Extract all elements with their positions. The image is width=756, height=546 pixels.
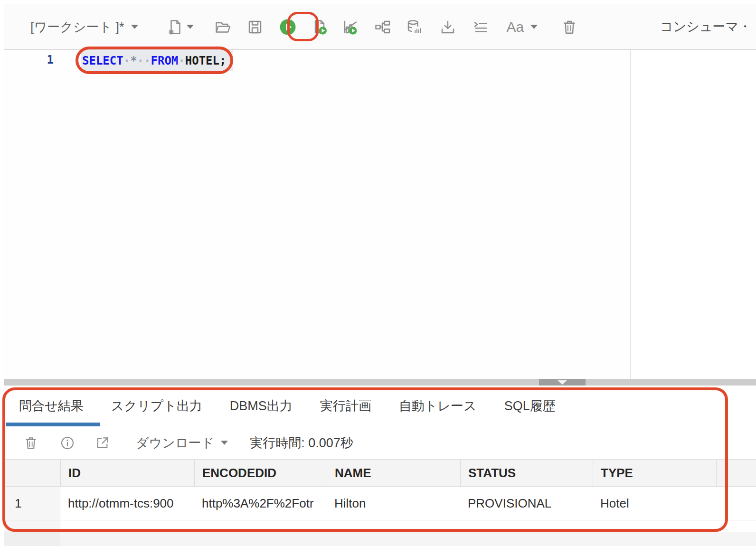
download-button[interactable]: ダウンロード: [136, 434, 214, 452]
horizontal-splitter[interactable]: [4, 379, 756, 386]
autotrace-button[interactable]: [373, 18, 391, 36]
column-header-status[interactable]: STATUS: [460, 460, 593, 486]
grid-empty-area: [4, 532, 756, 546]
chevron-down-icon: [558, 380, 567, 385]
active-tab-indicator: [6, 423, 100, 426]
gutter-divider: [81, 50, 81, 379]
row-number-column-strip: [4, 532, 60, 546]
tab-dbms-output[interactable]: DBMS出力: [230, 397, 293, 414]
column-header-type[interactable]: TYPE: [593, 460, 716, 486]
cell-id[interactable]: http://otmm-tcs:900: [60, 487, 194, 520]
new-worksheet-caret-down-icon[interactable]: [187, 25, 194, 29]
open-button[interactable]: [214, 18, 232, 36]
results-tab-bar: 問合せ結果 スクリプト出力 DBMS出力 実行計画 自動トレース SQL履歴: [4, 386, 756, 426]
save-icon: [246, 19, 264, 36]
format-indent-icon: [472, 19, 489, 36]
trash-icon: [23, 435, 38, 451]
worksheet-toolbar: [ワークシート ]*: [4, 4, 756, 50]
sql-table-name: HOTEL;: [185, 54, 227, 67]
grid-header-row: ID ENCODEDID NAME STATUS TYPE: [4, 459, 756, 487]
open-in-new-icon: [95, 435, 110, 451]
open-in-new-button[interactable]: [94, 435, 111, 451]
execution-time-label: 実行時間: 0.007秒: [250, 434, 353, 452]
results-grid: ID ENCODEDID NAME STATUS TYPE 1 http://o…: [4, 459, 756, 546]
table-row[interactable]: 1 http://otmm-tcs:900 http%3A%2F%2Fotr H…: [4, 487, 756, 520]
results-toolbar: ダウンロード 実行時間: 0.007秒: [4, 426, 756, 459]
hierarchy-icon: [374, 19, 391, 36]
explain-plan-chart-icon: [342, 19, 359, 36]
cell-status[interactable]: PROVISIONAL: [460, 487, 593, 520]
run-play-icon: [279, 19, 296, 36]
worksheet-tab-label[interactable]: [ワークシート ]*: [30, 19, 124, 36]
sql-keyword-select: SELECT: [82, 54, 123, 67]
cell-type[interactable]: Hotel: [593, 487, 716, 520]
worksheet-caret-down-icon[interactable]: [131, 25, 138, 29]
run-statement-button[interactable]: [279, 18, 297, 36]
open-folder-icon: [214, 19, 231, 36]
column-header-encodedid[interactable]: ENCODEDID: [194, 460, 327, 486]
info-button[interactable]: [59, 435, 76, 451]
whitespace-dots: ··: [137, 54, 151, 67]
column-header-id[interactable]: ID: [60, 460, 194, 486]
row-number-header[interactable]: [4, 460, 60, 486]
new-file-icon: [166, 19, 183, 36]
cell-filler: [716, 487, 756, 520]
explain-plan-button[interactable]: [341, 18, 359, 36]
column-header-filler: [716, 460, 756, 486]
cell-name[interactable]: Hilton: [327, 487, 460, 520]
results-panel: 問合せ結果 スクリプト出力 DBMS出力 実行計画 自動トレース SQL履歴 ダ…: [4, 386, 756, 546]
sql-editor[interactable]: [4, 50, 630, 379]
line-number: 1: [4, 53, 54, 66]
whitespace-dot: ·: [123, 54, 130, 67]
sql-keyword-from: FROM: [151, 54, 179, 67]
sql-statement[interactable]: SELECT·*··FROM·HOTEL;: [81, 50, 233, 71]
run-script-icon: [311, 19, 328, 36]
grid-empty-area: [4, 520, 756, 532]
editor-right-divider[interactable]: [630, 50, 631, 379]
tab-query-result[interactable]: 問合せ結果: [19, 397, 84, 414]
tab-autotrace[interactable]: 自動トレース: [399, 397, 477, 414]
font-settings-button[interactable]: Aa: [507, 19, 524, 35]
download-editor-button[interactable]: [439, 18, 457, 36]
tab-script-output[interactable]: スクリプト出力: [111, 397, 202, 414]
sql-star-operator: *: [130, 54, 137, 67]
database-stats-icon: [406, 19, 423, 36]
whitespace-dot: ·: [178, 54, 185, 67]
download-icon: [439, 19, 456, 36]
row-number-cell: 1: [4, 487, 60, 520]
format-button[interactable]: [472, 18, 490, 36]
font-settings-caret-down-icon[interactable]: [530, 25, 538, 29]
cell-encodedid[interactable]: http%3A%2F%2Fotr: [194, 487, 327, 520]
info-icon: [60, 435, 75, 451]
splitter-collapse-handle[interactable]: [539, 379, 586, 386]
download-caret-down-icon[interactable]: [221, 441, 228, 445]
column-header-name[interactable]: NAME: [327, 460, 460, 486]
tab-sql-history[interactable]: SQL履歴: [504, 397, 556, 414]
run-script-button[interactable]: [311, 18, 329, 36]
row-number-column-strip: [4, 520, 60, 532]
clear-worksheet-button[interactable]: [560, 18, 578, 36]
clear-results-button[interactable]: [23, 435, 39, 451]
consumer-group-label: コンシューマ・: [660, 4, 756, 50]
save-button[interactable]: [246, 18, 264, 36]
tab-explain-plan[interactable]: 実行計画: [320, 397, 371, 414]
trash-icon: [561, 19, 578, 36]
new-worksheet-button[interactable]: [166, 18, 184, 36]
sql-monitor-button[interactable]: [405, 18, 423, 36]
